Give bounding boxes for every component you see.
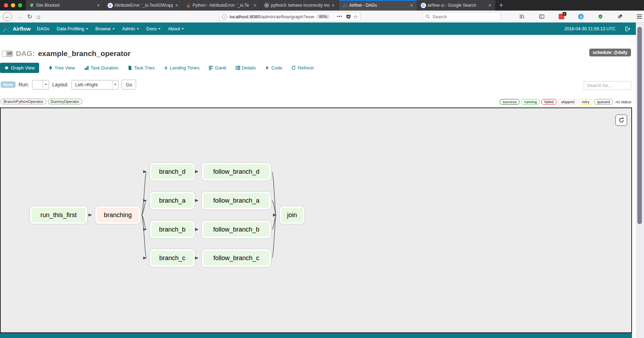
divider — [334, 13, 334, 20]
dag-node-branching[interactable]: branching — [95, 206, 140, 224]
blue-extension-icon[interactable]: v — [578, 14, 584, 19]
menu-icon[interactable] — [637, 14, 642, 19]
new-tab-button[interactable]: + — [495, 0, 507, 11]
list-icon — [236, 66, 240, 70]
forward-button[interactable]: → — [17, 14, 23, 20]
sidebar-icon[interactable] — [539, 14, 545, 19]
reload-button[interactable]: ↻ — [27, 14, 32, 20]
legend-retry: retry — [579, 99, 593, 105]
close-icon[interactable]: × — [175, 2, 179, 8]
chevron-down-icon — [113, 28, 115, 30]
dag-node-join[interactable]: join — [280, 206, 304, 224]
adblock-extension-icon[interactable]: ··· 1 — [559, 14, 564, 19]
nav-item-dags[interactable]: DAGs — [37, 26, 49, 31]
chevron-down-icon — [86, 28, 88, 30]
page-actions-icon[interactable]: ••• — [337, 14, 342, 19]
tab-title: airflow ui - Google Search — [427, 3, 486, 8]
tab-gantt[interactable]: Gantt — [209, 65, 226, 70]
dag-pause-toggle[interactable]: Off — [2, 51, 13, 57]
browser-search-bar[interactable] — [423, 12, 501, 21]
privacy-shield-icon[interactable]: £ — [598, 14, 603, 19]
brand-name: Airflow — [13, 26, 31, 32]
align-left-icon — [209, 66, 213, 70]
url-host: localhost:8080 — [230, 14, 260, 19]
dag-node-follow_branch_a[interactable]: follow_branch_a — [202, 192, 271, 209]
run-select[interactable] — [32, 80, 49, 90]
tab-airflow-dags[interactable]: Airflow - DAGs × — [339, 0, 417, 11]
layout-value: Left->Right — [72, 82, 112, 87]
tab-code[interactable]: Code — [265, 65, 282, 70]
cookies-icon[interactable] — [617, 14, 623, 19]
library-icon[interactable] — [519, 14, 525, 19]
dag-node-follow_branch_d[interactable]: follow_branch_d — [202, 163, 271, 180]
airflow-brand[interactable]: Airflow — [0, 25, 31, 33]
site-info-icon[interactable]: i — [222, 14, 227, 19]
minimize-window-button[interactable] — [11, 3, 15, 7]
tab-site-blocked[interactable]: Site Blocked × — [25, 0, 104, 11]
back-button[interactable]: ← — [3, 12, 12, 21]
tab-attributeerror-google[interactable]: G AttributeError: '_io.TextIOWrapp × — [104, 0, 182, 11]
close-icon[interactable]: × — [488, 2, 492, 8]
go-button[interactable]: Go — [122, 80, 136, 90]
bookmark-star-icon[interactable]: ☆ — [353, 13, 358, 20]
refresh-link[interactable]: Refresh — [291, 65, 314, 70]
zoom-level-badge[interactable]: 80% — [316, 14, 330, 19]
dag-node-branch_c[interactable]: branch_c — [150, 249, 195, 267]
nav-item-docs[interactable]: Docs — [146, 26, 161, 31]
dag-graph-canvas[interactable]: run_this_firstbranchingbranch_dbranch_ab… — [0, 107, 632, 333]
logout-icon[interactable] — [625, 23, 630, 35]
page-title: example_branch_operator — [38, 49, 131, 58]
tab-details[interactable]: Details — [236, 65, 256, 70]
tab-title: AttributeError: '_io.TextIOWrapp — [114, 3, 173, 8]
url-text[interactable]: localhost:8080/admin/airflow/graph?execu… — [230, 14, 314, 19]
bolt-icon — [265, 66, 269, 70]
airflow-page: Airflow DAGs Data Profiling Browse Admin… — [0, 23, 636, 338]
toggle-label: Off — [7, 51, 12, 56]
dag-node-run_this_first[interactable]: run_this_first — [30, 206, 87, 224]
pocket-icon[interactable] — [346, 14, 351, 19]
home-button[interactable]: ⌂ — [37, 14, 40, 20]
tab-task-duration[interactable]: Task Duration — [84, 65, 119, 70]
tab-graph-view[interactable]: Graph View — [0, 63, 39, 73]
url-path: /admin/airflow/graph?execution_date=&dag… — [260, 14, 314, 19]
legend-queued: queued — [594, 99, 613, 105]
tab-task-tries[interactable]: Task Tries — [128, 65, 155, 70]
tab-bar: Site Blocked × G AttributeError: '_io.Te… — [0, 0, 644, 11]
close-icon[interactable]: × — [409, 2, 414, 8]
dag-node-branch_b[interactable]: branch_b — [150, 221, 195, 238]
dag-edge-follow_branch_d-to-join — [272, 172, 276, 215]
nav-item-admin[interactable]: Admin — [122, 26, 139, 31]
close-window-button[interactable] — [4, 3, 8, 7]
browser-search-input[interactable] — [432, 14, 489, 19]
dag-node-branch_d[interactable]: branch_d — [150, 163, 195, 180]
graph-refresh-button[interactable] — [615, 115, 627, 126]
window-controls — [0, 0, 25, 11]
scrollbar-thumb[interactable] — [637, 27, 642, 224]
tab-python3-behave[interactable]: python3: behave incorrectly mo × — [260, 0, 339, 11]
tab-python-attributeerror[interactable]: Python - AttributeError: '_io.Te × — [182, 0, 260, 11]
legend-dummyoperator: DummyOperator — [48, 99, 82, 104]
chevron-down-icon — [43, 80, 49, 89]
dag-node-branch_a[interactable]: branch_a — [150, 192, 195, 209]
nav-item-data-profiling[interactable]: Data Profiling — [57, 26, 88, 31]
tab-title: Python - AttributeError: '_io.Te — [193, 3, 251, 8]
url-bar[interactable]: i localhost:8080/admin/airflow/graph?exe… — [219, 12, 360, 21]
tab-tree-view[interactable]: Tree View — [48, 65, 75, 70]
nav-item-browse[interactable]: Browse — [96, 26, 115, 31]
task-search-input[interactable] — [584, 81, 631, 90]
scrollbar-track[interactable] — [636, 23, 644, 338]
fullscreen-window-button[interactable] — [18, 3, 22, 7]
dag-node-follow_branch_b[interactable]: follow_branch_b — [202, 221, 271, 238]
legend-no-status: no status — [615, 100, 631, 104]
tab-landing-times[interactable]: ✈ Landing Times — [164, 65, 200, 70]
close-icon[interactable]: × — [96, 2, 101, 8]
toggle-knob — [2, 51, 7, 56]
tab-airflow-ui-search[interactable]: G airflow ui - Google Search × — [417, 0, 495, 11]
chevron-down-icon — [158, 28, 160, 30]
plane-icon: ✈ — [164, 66, 168, 70]
dag-node-follow_branch_c[interactable]: follow_branch_c — [202, 249, 271, 267]
nav-item-about[interactable]: About — [168, 26, 184, 31]
close-icon[interactable]: × — [331, 2, 335, 8]
close-icon[interactable]: × — [253, 2, 257, 8]
layout-select[interactable]: Left->Right — [72, 80, 119, 90]
